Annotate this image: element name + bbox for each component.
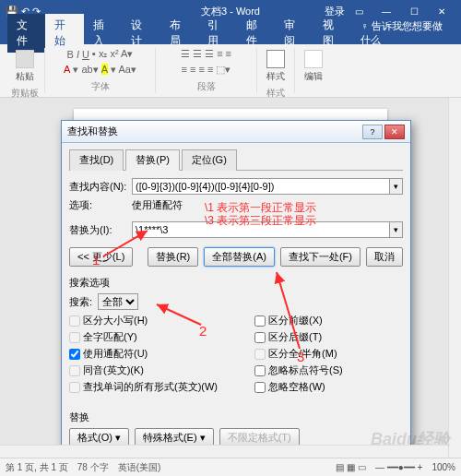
chk-all-forms bbox=[69, 382, 80, 393]
find-input[interactable] bbox=[132, 178, 390, 195]
button-row: << 更少(L) 替换(R) 全部替换(A) 查找下一处(F) 取消 bbox=[69, 247, 403, 267]
lbl-suffix: 区分后缀(T) bbox=[268, 330, 322, 344]
lbl-wildcards: 使用通配符(U) bbox=[83, 347, 148, 361]
styles-label: 样式 bbox=[266, 70, 285, 83]
font-controls[interactable]: B I U ▪ x₂ x² A▾ bbox=[67, 48, 134, 60]
lbl-prefix: 区分前缀(X) bbox=[268, 314, 323, 327]
replace-button[interactable]: 替换(R) bbox=[148, 247, 198, 267]
chk-suffix[interactable] bbox=[254, 332, 266, 343]
minimize-button[interactable]: — bbox=[372, 6, 400, 17]
search-dir-select[interactable]: 全部 bbox=[98, 293, 138, 310]
editing-button[interactable]: 编辑 bbox=[301, 48, 326, 85]
list-controls[interactable]: ☰ ☰ ☰ ≡ ≡ bbox=[181, 48, 231, 60]
find-label: 查找内容(N): bbox=[69, 180, 132, 194]
tab-home[interactable]: 开始 bbox=[45, 14, 83, 53]
close-button[interactable]: ✕ bbox=[428, 6, 455, 17]
font-label: 字体 bbox=[91, 80, 110, 93]
tab-design[interactable]: 设计 bbox=[122, 14, 160, 53]
search-options-label: 搜索选项 bbox=[69, 276, 403, 290]
lbl-match-case: 区分大小写(H) bbox=[83, 314, 148, 327]
chk-prefix[interactable] bbox=[254, 315, 266, 327]
ribbon: 粘贴 剪贴板 B I U ▪ x₂ x² A▾ A▾ ab▾ A▾ Aa▾ 字体… bbox=[0, 44, 461, 98]
find-replace-dialog: 查找和替换 ? ✕ 查找(D) 替换(P) 定位(G) 查找内容(N): ▾ 选… bbox=[61, 120, 411, 456]
view-buttons[interactable]: ▤ ▦ ▭ bbox=[336, 462, 366, 472]
dialog-body: 查找(D) 替换(P) 定位(G) 查找内容(N): ▾ 选项: 使用通配符 替… bbox=[62, 143, 410, 455]
styles-icon bbox=[266, 50, 285, 68]
replace-section-label: 替换 bbox=[69, 411, 403, 424]
tab-view[interactable]: 视图 bbox=[313, 14, 351, 53]
find-icon bbox=[304, 50, 323, 68]
cancel-button[interactable]: 取消 bbox=[366, 247, 403, 267]
tab-find[interactable]: 查找(D) bbox=[69, 149, 124, 171]
tab-insert[interactable]: 插入 bbox=[84, 14, 122, 53]
chk-full-half bbox=[254, 349, 266, 360]
find-dropdown[interactable]: ▾ bbox=[390, 178, 403, 195]
tell-me[interactable]: ♀ 告诉我您想要做什么 bbox=[351, 16, 461, 51]
status-zoom[interactable]: 100% bbox=[431, 462, 455, 472]
status-lang[interactable]: 英语(美国) bbox=[118, 461, 161, 474]
maximize-button[interactable]: ☐ bbox=[400, 6, 428, 17]
find-next-button[interactable]: 查找下一处(F) bbox=[280, 247, 361, 267]
paste-label: 粘贴 bbox=[16, 70, 34, 83]
lbl-ignore-punct: 忽略标点符号(S) bbox=[268, 363, 343, 377]
group-clipboard: 粘贴 剪贴板 bbox=[6, 48, 45, 93]
align-controls[interactable]: ≡ ≡ ≡ ≡ ⬚▾ bbox=[182, 64, 231, 76]
scrollbar-vertical[interactable] bbox=[448, 98, 461, 458]
options-value: 使用通配符 bbox=[132, 198, 183, 212]
replace-dropdown[interactable]: ▾ bbox=[390, 221, 403, 238]
group-font: B I U ▪ x₂ x² A▾ A▾ ab▾ A▾ Aa▾ 字体 bbox=[45, 48, 156, 93]
statusbar: 第 1 页, 共 1 页 78 个字 英语(美国) ▤ ▦ ▭ — ━━●━━ … bbox=[0, 458, 461, 476]
dialog-title: 查找和替换 bbox=[67, 125, 118, 138]
font-color-controls[interactable]: A▾ ab▾ A▾ Aa▾ bbox=[64, 64, 136, 76]
replace-input[interactable] bbox=[132, 221, 390, 238]
tab-file[interactable]: 文件 bbox=[7, 14, 45, 53]
status-page[interactable]: 第 1 页, 共 1 页 bbox=[6, 461, 68, 474]
lbl-sounds-like: 同音(英文)(K) bbox=[83, 363, 144, 377]
chk-match-case bbox=[69, 315, 80, 327]
paste-icon bbox=[16, 50, 34, 68]
tab-goto[interactable]: 定位(G) bbox=[182, 149, 237, 171]
dialog-help-button[interactable]: ? bbox=[362, 125, 383, 139]
chk-ignore-space[interactable] bbox=[254, 382, 266, 393]
styles-button[interactable]: 样式 bbox=[263, 48, 289, 85]
options-grid: 区分大小写(H) 全字匹配(Y) 使用通配符(U) 同音(英文)(K) 查找单词… bbox=[69, 314, 403, 394]
zoom-slider[interactable]: — ━━●━━ + bbox=[375, 462, 422, 472]
tab-layout[interactable]: 布局 bbox=[160, 14, 198, 53]
tab-replace[interactable]: 替换(P) bbox=[125, 149, 180, 171]
tab-references[interactable]: 引用 bbox=[198, 14, 236, 53]
chk-whole-word bbox=[69, 332, 80, 343]
options-label: 选项: bbox=[69, 198, 132, 212]
replace-label: 替换为(I): bbox=[69, 223, 132, 237]
chk-sounds-like bbox=[69, 365, 80, 376]
less-button[interactable]: << 更少(L) bbox=[69, 247, 133, 267]
group-styles: 样式 样式 bbox=[257, 48, 295, 93]
editing-label: 编辑 bbox=[304, 70, 323, 83]
tab-review[interactable]: 审阅 bbox=[275, 14, 313, 53]
replace-all-button[interactable]: 全部替换(A) bbox=[204, 247, 275, 267]
chk-ignore-punct[interactable] bbox=[254, 365, 266, 376]
paragraph-label: 段落 bbox=[197, 80, 216, 93]
lbl-ignore-space: 忽略空格(W) bbox=[268, 380, 325, 394]
group-paragraph: ☰ ☰ ☰ ≡ ≡ ≡ ≡ ≡ ≡ ⬚▾ 段落 bbox=[156, 48, 257, 93]
dialog-tabs: 查找(D) 替换(P) 定位(G) bbox=[69, 149, 403, 171]
lbl-all-forms: 查找单词的所有形式(英文)(W) bbox=[83, 380, 218, 394]
search-dir-label: 搜索: bbox=[69, 295, 92, 309]
app-title: 文档3 - Word bbox=[201, 5, 260, 18]
scrollbar-horizontal[interactable] bbox=[0, 445, 448, 458]
lbl-full-half: 区分全/半角(M) bbox=[268, 347, 337, 361]
lbl-whole-word: 全字匹配(Y) bbox=[83, 330, 137, 344]
dialog-close-button[interactable]: ✕ bbox=[384, 125, 405, 139]
group-editing: 编辑 bbox=[295, 48, 332, 93]
status-words[interactable]: 78 个字 bbox=[77, 461, 109, 474]
tab-mailings[interactable]: 邮件 bbox=[237, 14, 275, 53]
ribbon-tabs: 文件 开始 插入 设计 布局 引用 邮件 审阅 视图 ♀ 告诉我您想要做什么 bbox=[0, 22, 461, 44]
paste-button[interactable]: 粘贴 bbox=[12, 48, 38, 85]
chk-wildcards[interactable] bbox=[69, 349, 80, 360]
dialog-titlebar[interactable]: 查找和替换 ? ✕ bbox=[62, 121, 410, 143]
